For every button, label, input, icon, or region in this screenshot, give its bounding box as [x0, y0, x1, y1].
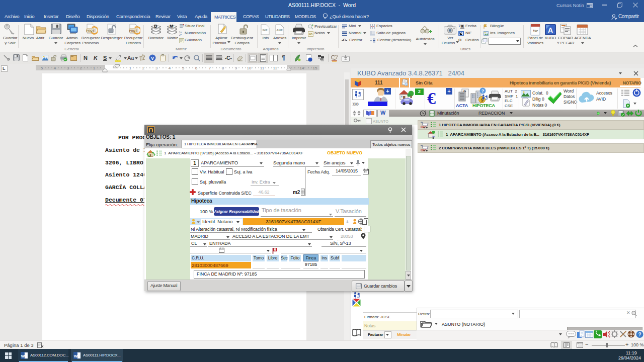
svg-text:6: 6 — [195, 66, 198, 70]
svg-text:9: 9 — [235, 66, 237, 70]
svg-text:3: 3 — [67, 66, 69, 70]
svg-text:P: P — [405, 83, 407, 86]
svg-text:7: 7 — [209, 66, 211, 70]
svg-text:V: V — [151, 56, 154, 61]
svg-text:PROT: PROT — [129, 29, 137, 32]
svg-text:3: 3 — [155, 66, 158, 70]
svg-text:?: ? — [481, 88, 485, 94]
svg-text:?: ? — [638, 332, 641, 337]
svg-text:5: 5 — [41, 66, 43, 70]
svg-text:15: 15 — [313, 66, 317, 70]
svg-text:11: 11 — [260, 66, 265, 70]
svg-text:10: 10 — [247, 66, 252, 70]
svg-text:1: 1 — [129, 66, 132, 70]
svg-text:OP: OP — [421, 125, 426, 129]
svg-text:2: 2 — [80, 66, 83, 70]
svg-text:2=: 2= — [179, 34, 182, 36]
svg-text:INF: INF — [263, 29, 268, 32]
svg-text:Var: Var — [533, 29, 538, 33]
svg-text:OP: OP — [421, 148, 426, 152]
svg-text:8: 8 — [222, 66, 224, 70]
svg-text:A: A — [548, 26, 553, 34]
svg-text:4: 4 — [169, 66, 171, 70]
svg-text:NO: NO — [309, 33, 313, 36]
svg-text:PROT: PROT — [87, 29, 95, 32]
svg-text:14: 14 — [300, 66, 304, 70]
svg-text:W: W — [74, 354, 78, 358]
svg-text:12: 12 — [273, 66, 278, 70]
svg-text:ANE: ANE — [276, 29, 283, 32]
svg-text:5: 5 — [182, 66, 185, 70]
svg-text:M: M — [170, 24, 174, 29]
svg-text:4: 4 — [54, 66, 56, 70]
svg-text:B: B — [154, 24, 157, 29]
svg-text:2: 2 — [142, 66, 145, 70]
svg-text:1: 1 — [93, 66, 96, 70]
svg-text:W: W — [21, 354, 25, 358]
svg-text:R: R — [274, 248, 276, 251]
